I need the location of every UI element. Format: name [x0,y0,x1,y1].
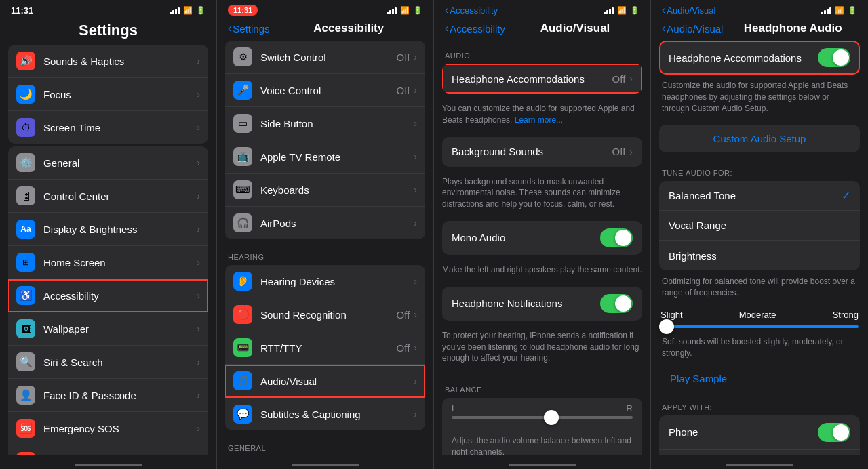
accessibility-panel: 11:31 📶 🔋 ‹ Settings Accessibility ⚙ [217,0,434,469]
sounds-chevron: › [197,56,200,66]
settings-item-wallpaper[interactable]: 🖼 Wallpaper › [8,312,208,346]
headphone-acc-row[interactable]: Headphone Accommodations Off › [442,64,642,94]
custom-audio-setup-button[interactable]: Custom Audio Setup [659,125,860,152]
back-to-audiovisual[interactable]: ‹ Audio/Visual [662,4,715,16]
back-audiovisual[interactable]: ‹ Audio/Visual [662,22,723,35]
back-label-ha: Audio/Visual [667,23,723,35]
settings-group-2: ⚙️ General › 🎛 Control Center › Aa Displ… [8,146,208,455]
controlcenter-icon: 🎛 [16,186,35,205]
settings-list: 🔊 Sounds & Haptics › 🌙 Focus › ⏱ Screen … [0,45,216,455]
background-sounds-row[interactable]: Background Sounds Off › [442,137,642,167]
settings-item-controlcenter[interactable]: 🎛 Control Center › [8,180,208,213]
balance-lr: L R [452,403,633,413]
item-airpods[interactable]: 🎧 AirPods › [225,207,425,239]
balance-desc: Adjust the audio volume balance between … [442,432,642,455]
focus-chevron: › [197,89,200,100]
focus-label: Focus [43,89,197,100]
settings-item-focus[interactable]: 🌙 Focus › [8,78,208,111]
item-subtitles[interactable]: 💬 Subtitles & Captioning › [225,398,425,430]
tune-balanced-label: Balanced Tone [669,190,842,201]
settings-item-faceid[interactable]: 👤 Face ID & Passcode › [8,379,208,412]
apply-phone-toggle[interactable] [818,423,850,442]
ha-toggle-knob [833,49,849,66]
homescreen-label: Home Screen [43,257,197,268]
headphone-notif-knob [615,295,631,312]
back-label-4: Audio/Visual [667,5,715,16]
item-keyboards[interactable]: ⌨ Keyboards › [225,174,425,207]
back-label-2: Settings [233,23,269,35]
wifi-icon-2: 📶 [400,6,410,15]
sidebutton-icon: ▭ [233,114,252,133]
switchcontrol-icon: ⚙ [233,47,252,66]
headphone-notif-item: Headphone Notifications [442,287,642,321]
general-section-label: GENERAL [217,433,433,455]
headphone-acc-desc: You can customize the audio for supporte… [442,99,642,126]
rtttty-label: RTT/TTY [260,342,397,354]
settings-item-siri[interactable]: 🔍 Siri & Search › [8,346,208,379]
settings-panel: 11:31 📶 🔋 Settings 🔊 Sounds & Haptics › … [0,0,217,469]
item-voicecontrol[interactable]: 🎤 Voice Control Off › [225,74,425,107]
back-a11y[interactable]: ‹ Accessibility [445,22,505,35]
tune-balanced[interactable]: Balanced Tone ✓ [659,181,860,211]
voicecontrol-label: Voice Control [260,85,397,96]
mono-audio-toggle[interactable] [600,228,633,247]
balance-item: L R Adjust the audio volume balance betw… [442,398,642,455]
headphone-acc-label: Headphone Accommodations [452,73,612,85]
settings-item-exposure[interactable]: 📢 Exposure Notifications › [8,445,208,455]
tune-vocal[interactable]: Vocal Range [659,211,860,241]
play-sample-button[interactable]: Play Sample [659,370,860,387]
settings-item-accessibility[interactable]: ♿ Accessibility › [8,279,208,312]
settings-item-homescreen[interactable]: ⊞ Home Screen › [8,246,208,279]
switchcontrol-value: Off [397,52,410,63]
item-soundrecognition[interactable]: 🔴 Sound Recognition Off › [225,298,425,331]
wallpaper-icon: 🖼 [16,319,35,338]
mono-audio-item: Mono Audio [442,221,642,255]
rtttty-icon: 📟 [233,338,252,357]
item-switchcontrol[interactable]: ⚙ Switch Control Off › [225,41,425,74]
back-to-accessibility[interactable]: ‹ Accessibility [445,4,498,16]
item-rtttty[interactable]: 📟 RTT/TTY Off › [225,331,425,365]
tune-brightness[interactable]: Brightness [659,241,860,270]
headphone-notif-desc: To protect your hearing, iPhone sends a … [442,326,642,364]
item-sidebutton[interactable]: ▭ Side Button › [225,107,425,140]
strength-slider-container: Slight Moderate Strong [651,304,868,333]
back-chevron-2: ‹ [228,22,231,35]
settings-item-general[interactable]: ⚙️ General › [8,146,208,180]
item-hearingdevices[interactable]: 👂 Hearing Devices › [225,265,425,298]
focus-icon: 🌙 [16,85,35,104]
headphone-list: Headphone Accommodations Customize the a… [651,41,868,455]
back-chevron-4: ‹ [662,4,665,16]
strength-track[interactable] [660,325,859,328]
settings-item-sounds[interactable]: 🔊 Sounds & Haptics › [8,45,208,78]
strength-moderate: Moderate [739,310,776,320]
settings-item-display[interactable]: Aa Display & Brightness › [8,213,208,246]
rtttty-value: Off [397,342,410,354]
item-appletv[interactable]: 📺 Apple TV Remote › [225,140,425,174]
settings-item-screentime[interactable]: ⏱ Screen Time › [8,111,208,144]
back-chevron-3: ‹ [445,4,448,16]
signal-icon [170,7,180,14]
back-to-settings[interactable]: ‹ Settings [228,22,270,35]
settings-item-emergency[interactable]: 🆘 Emergency SOS › [8,412,208,445]
hearingdevices-label: Hearing Devices [260,276,414,287]
time-1: 11:31 [11,5,33,16]
appletv-icon: 📺 [233,147,252,166]
background-sounds-label: Background Sounds [452,146,612,157]
faceid-icon: 👤 [16,386,35,405]
voicecontrol-icon: 🎤 [233,81,252,100]
strength-desc: Soft sounds will be boosted slightly, mo… [651,333,868,365]
settings-header: Settings [0,19,216,45]
headphone-accommodations-toggle[interactable] [818,48,850,67]
headphone-audio-panel: ‹ Audio/Visual 📶 🔋 ‹ Audio/Visual Headph… [651,0,868,469]
headphone-notif-toggle[interactable] [600,294,633,313]
balance-track[interactable] [452,416,633,419]
headphone-accommodations-row[interactable]: Headphone Accommodations [659,41,860,75]
emergency-label: Emergency SOS [43,423,197,434]
signal-icon-2 [387,7,397,14]
sounds-label: Sounds & Haptics [43,56,197,67]
wifi-icon: 📶 [183,6,193,15]
apply-phone-knob [833,424,849,441]
accessibility-nav: ‹ Settings Accessibility [217,19,433,41]
item-audiovisual[interactable]: 🎵 Audio/Visual › [225,365,425,398]
sounds-icon: 🔊 [16,52,35,70]
